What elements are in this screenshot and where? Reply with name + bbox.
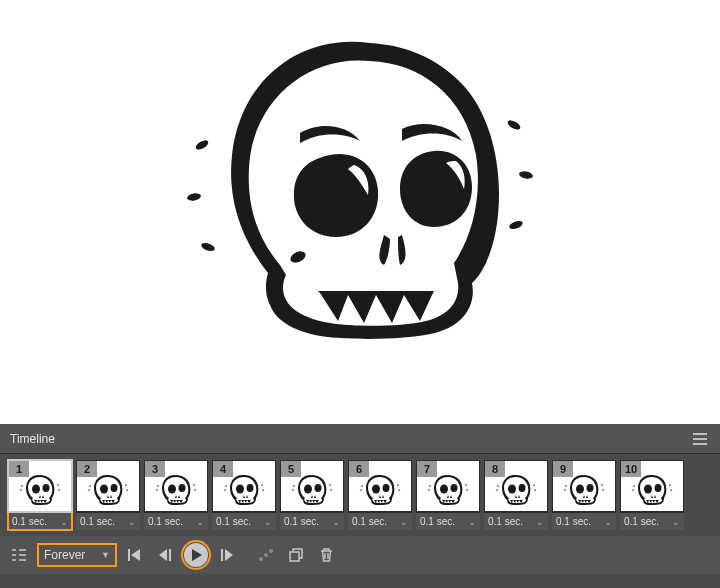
frame[interactable]: 40.1 sec.⌄ [212,460,276,530]
next-frame-button[interactable] [216,544,238,566]
play-button[interactable] [184,543,208,567]
svg-point-13 [89,485,91,486]
frame-thumbnail[interactable]: 5 [280,460,344,512]
frame-delay-label: 0.1 sec. [216,516,251,527]
svg-point-32 [292,489,294,490]
svg-point-6 [289,249,308,265]
frame-delay-label: 0.1 sec. [488,516,523,527]
chevron-down-icon: ⌄ [468,517,476,527]
chevron-down-icon: ⌄ [400,517,408,527]
svg-point-40 [398,489,400,490]
svg-point-5 [508,219,524,230]
svg-point-64 [670,489,672,490]
frame[interactable]: 80.1 sec.⌄ [484,460,548,530]
svg-point-54 [519,484,526,492]
frame-thumbnail[interactable]: 6 [348,460,412,512]
frame-delay-select[interactable]: 0.1 sec.⌄ [348,512,412,530]
frame[interactable]: 60.1 sec.⌄ [348,460,412,530]
svg-point-26 [224,489,226,490]
delete-frame-button[interactable] [315,544,337,566]
frame-thumbnail[interactable]: 7 [416,460,480,512]
loop-mode-label: Forever [44,548,85,562]
loop-mode-select[interactable]: Forever ▼ [38,544,116,566]
chevron-down-icon: ⌄ [128,517,136,527]
frame-delay-label: 0.1 sec. [284,516,319,527]
frame-delay-select[interactable]: 0.1 sec.⌄ [280,512,344,530]
svg-point-63 [669,484,671,485]
frame[interactable]: 10.1 sec.⌄ [8,460,72,530]
frame-thumbnail[interactable]: 2 [76,460,140,512]
svg-point-34 [330,489,332,490]
chevron-down-icon: ⌄ [604,517,612,527]
convert-timeline-button[interactable] [8,544,30,566]
frame-delay-select[interactable]: 0.1 sec.⌄ [552,512,616,530]
svg-point-38 [360,489,362,490]
frame-delay-select[interactable]: 0.1 sec.⌄ [620,512,684,530]
svg-rect-77 [290,552,299,561]
frame-delay-select[interactable]: 0.1 sec.⌄ [212,512,276,530]
frame[interactable]: 70.1 sec.⌄ [416,460,480,530]
svg-point-58 [602,489,604,490]
svg-point-46 [466,489,468,490]
canvas-area[interactable] [0,0,720,424]
tween-button[interactable] [255,544,277,566]
frame-delay-select[interactable]: 0.1 sec.⌄ [416,512,480,530]
svg-marker-68 [131,549,140,561]
frame[interactable]: 50.1 sec.⌄ [280,460,344,530]
svg-point-29 [236,485,244,494]
svg-point-76 [269,549,273,553]
frame-thumbnail[interactable]: 4 [212,460,276,512]
frame-thumbnail[interactable]: 3 [144,460,208,512]
svg-point-22 [194,489,196,490]
chevron-down-icon: ⌄ [332,517,340,527]
first-frame-button[interactable] [124,544,146,566]
svg-point-0 [194,138,210,151]
svg-point-36 [315,484,322,492]
chevron-down-icon: ⌄ [60,517,68,527]
svg-point-27 [261,484,263,485]
frame-delay-label: 0.1 sec. [352,516,387,527]
frame-thumbnail[interactable]: 1 [8,460,72,512]
svg-rect-70 [169,549,171,561]
timeline-body: 10.1 sec.⌄20.1 sec.⌄30.1 sec.⌄40.1 sec.⌄… [0,454,720,588]
svg-point-2 [200,241,216,252]
frame[interactable]: 90.1 sec.⌄ [552,460,616,530]
svg-point-35 [304,485,312,494]
frame[interactable]: 30.1 sec.⌄ [144,460,208,530]
duplicate-frame-button[interactable] [285,544,307,566]
svg-point-42 [383,484,390,492]
chevron-down-icon: ⌄ [196,517,204,527]
svg-point-66 [655,484,662,492]
frame-thumbnail[interactable]: 9 [552,460,616,512]
svg-point-75 [264,553,268,557]
panel-menu-button[interactable] [690,429,710,449]
frame-thumbnail[interactable]: 8 [484,460,548,512]
frame-delay-select[interactable]: 0.1 sec.⌄ [484,512,548,530]
frame-delay-label: 0.1 sec. [624,516,659,527]
svg-point-53 [508,485,516,494]
previous-frame-button[interactable] [154,544,176,566]
timeline-panel: Timeline 10.1 sec.⌄20.1 sec.⌄30.1 sec.⌄4… [0,424,720,588]
frame-thumbnail[interactable]: 10 [620,460,684,512]
timeline-toolbar: Forever ▼ [0,536,720,574]
svg-point-24 [179,484,186,492]
svg-point-23 [168,485,176,494]
svg-point-37 [361,485,363,486]
svg-point-14 [88,489,90,490]
timeline-header: Timeline [0,424,720,454]
svg-point-50 [496,489,498,490]
svg-point-49 [497,485,499,486]
frame-delay-label: 0.1 sec. [80,516,115,527]
svg-point-56 [564,489,566,490]
frame[interactable]: 100.1 sec.⌄ [620,460,684,530]
svg-rect-67 [128,549,130,561]
frame-delay-select[interactable]: 0.1 sec.⌄ [8,512,72,530]
svg-point-18 [111,484,118,492]
svg-point-9 [57,484,59,485]
frame-delay-label: 0.1 sec. [556,516,591,527]
svg-point-65 [644,485,652,494]
frame-delay-select[interactable]: 0.1 sec.⌄ [144,512,208,530]
frame-delay-select[interactable]: 0.1 sec.⌄ [76,512,140,530]
frame[interactable]: 20.1 sec.⌄ [76,460,140,530]
svg-point-16 [126,489,128,490]
